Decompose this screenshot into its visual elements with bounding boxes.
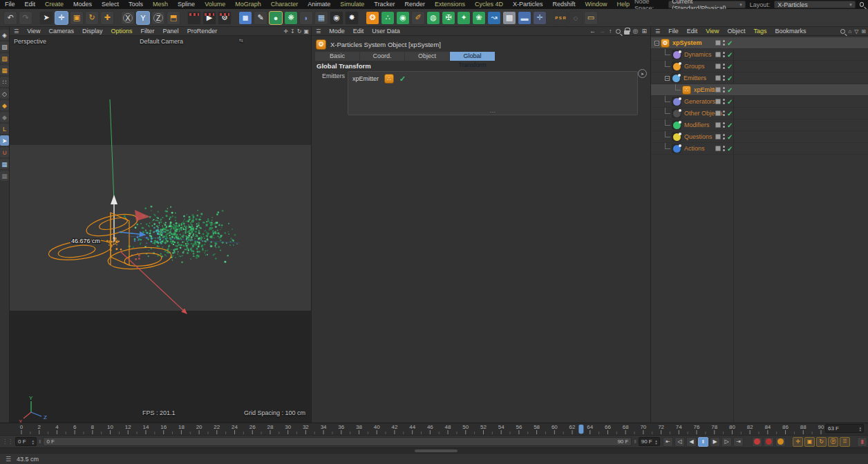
key-scale-toggle[interactable]: ▣: [804, 437, 815, 447]
axis-mode-icon[interactable]: L: [0, 124, 9, 134]
magnet-snap-icon[interactable]: ∪: [0, 147, 9, 157]
workplane-tool-icon[interactable]: ▭: [584, 11, 598, 25]
om-menu-view[interactable]: View: [701, 27, 723, 36]
enabled-check-icon[interactable]: ✓: [399, 75, 406, 84]
om-menu-file[interactable]: File: [664, 27, 683, 36]
xp-sprite-icon[interactable]: ✐: [411, 11, 425, 25]
attribute-menu-user-data[interactable]: User Data: [368, 27, 404, 36]
parent-object-icon[interactable]: ↑: [609, 28, 612, 35]
xp-explosia-icon[interactable]: ✛: [533, 11, 547, 25]
xp-shader-icon[interactable]: ▩: [502, 11, 516, 25]
end-frame-stepper[interactable]: ▴▾: [655, 439, 657, 445]
prev-frame-button[interactable]: ◀: [686, 437, 697, 447]
xp-modifier-icon[interactable]: ◍: [426, 11, 440, 25]
attribute-menu-mode[interactable]: Mode: [325, 27, 349, 36]
visibility-dots[interactable]: [723, 64, 725, 69]
model-mode-icon[interactable]: ▧: [0, 41, 9, 52]
key-position-toggle[interactable]: ✛: [793, 437, 803, 447]
tab-object[interactable]: Object: [405, 52, 450, 61]
polygons-mode-icon[interactable]: ◆: [0, 100, 9, 110]
enabled-check-icon[interactable]: ✓: [727, 51, 733, 59]
tree-row-xpemitter[interactable]: ∴xpEmitter✓: [651, 84, 868, 96]
drag-grip[interactable]: ⋮⋮: [0, 438, 15, 445]
search-icon[interactable]: [616, 29, 621, 34]
next-key-button[interactable]: ▷: [721, 437, 732, 447]
timeline-ruler[interactable]: 0246810121416182022242628303234363840424…: [0, 423, 868, 435]
menu-tools[interactable]: Tools: [124, 0, 148, 9]
start-frame-stepper[interactable]: ▴▾: [32, 439, 35, 445]
undo-icon[interactable]: ↶: [3, 11, 17, 25]
goto-start-button[interactable]: ⇤: [663, 437, 673, 447]
om-menu-tags[interactable]: Tags: [750, 27, 771, 36]
rotate-view-icon[interactable]: ↻: [297, 28, 302, 35]
viewport-menu-display[interactable]: Display: [78, 27, 107, 36]
visibility-dots[interactable]: [723, 75, 725, 81]
menu-animate[interactable]: Animate: [303, 0, 335, 9]
tree-row-actions[interactable]: Actions✓: [651, 143, 868, 155]
scrollbar-handle[interactable]: [415, 450, 457, 452]
preview-range-slider[interactable]: 0 F 90 F: [43, 437, 632, 446]
spline-pen-icon[interactable]: ✎: [254, 11, 267, 25]
menu-edit[interactable]: Edit: [20, 0, 41, 9]
autokeying-button[interactable]: [764, 437, 774, 447]
lock-icon[interactable]: [624, 30, 630, 35]
reset-psr-icon[interactable]: ◌: [569, 11, 583, 25]
enable-toggle[interactable]: [715, 52, 721, 57]
key-pla-toggle[interactable]: ⠿: [840, 437, 850, 447]
xpemitter-icon[interactable]: ∴: [682, 86, 691, 95]
enabled-check-icon[interactable]: ✓: [727, 63, 733, 70]
xp-emitter-icon[interactable]: ∴: [381, 11, 395, 25]
viewport-menu-filter[interactable]: Filter: [137, 27, 159, 36]
light-icon[interactable]: ✸: [345, 11, 359, 25]
viewport-canvas[interactable]: Perspective Default Camera ⇆: [10, 36, 311, 423]
enable-toggle[interactable]: [715, 146, 721, 151]
xp-generator-icon[interactable]: ◉: [396, 11, 410, 25]
tree-row-emitters[interactable]: −Emitters✓: [651, 72, 868, 84]
drag-grip[interactable]: ‖: [632, 438, 638, 445]
visibility-dots[interactable]: [723, 110, 725, 116]
viewport-menu-cameras[interactable]: Cameras: [45, 27, 79, 36]
tree-row-generators[interactable]: Generators✓: [651, 96, 868, 108]
move-tool-icon[interactable]: ✛: [55, 11, 68, 25]
enabled-check-icon[interactable]: ✓: [727, 86, 733, 94]
groups-icon[interactable]: [672, 61, 681, 71]
enable-snap-icon[interactable]: ➤: [0, 135, 9, 146]
edges-mode-icon[interactable]: ◇: [0, 88, 9, 99]
enabled-check-icon[interactable]: ✓: [727, 145, 733, 153]
actions-icon[interactable]: [672, 144, 681, 153]
generators-icon[interactable]: [672, 97, 681, 106]
xpsystem-icon[interactable]: ❂: [661, 39, 670, 48]
generators-icon[interactable]: ❋: [284, 11, 298, 25]
om-menu-object[interactable]: Object: [724, 27, 750, 36]
current-frame-field[interactable]: 63 F ▴▾: [825, 424, 864, 433]
menu-extensions[interactable]: Extensions: [430, 0, 470, 9]
modifiers-icon[interactable]: [672, 120, 681, 130]
expand-collapse-icon[interactable]: −: [654, 41, 659, 46]
attribute-menu-edit[interactable]: Edit: [349, 27, 368, 36]
menu-spline[interactable]: Spline: [173, 0, 200, 9]
tree-row-groups[interactable]: Groups✓: [651, 61, 868, 72]
tab-coord-[interactable]: Coord.: [360, 52, 405, 61]
track-mode-icon[interactable]: ◎: [633, 28, 639, 35]
enabled-check-icon[interactable]: ✓: [727, 75, 733, 82]
enable-toggle[interactable]: [715, 122, 721, 128]
xp-trail-icon[interactable]: ❀: [472, 11, 486, 25]
resize-handle[interactable]: ⋯: [490, 109, 496, 115]
enabled-check-icon[interactable]: ✓: [727, 39, 733, 47]
move-handle-arrow[interactable]: [111, 195, 117, 204]
menu-simulate[interactable]: Simulate: [335, 0, 369, 9]
enable-toggle[interactable]: [715, 40, 721, 46]
scale-tool-icon[interactable]: ▣: [70, 11, 84, 25]
tree-row-modifiers[interactable]: Modifiers✓: [651, 119, 868, 131]
om-menu-icon[interactable]: ☰: [651, 28, 664, 35]
keyframe-mode-button[interactable]: ▮: [857, 437, 867, 447]
locked-workplane-icon[interactable]: ▦: [0, 171, 9, 181]
emitter-list-item[interactable]: xpEmitter ∴ ✓: [348, 72, 637, 86]
pick-object-button[interactable]: ➤: [638, 69, 647, 78]
search-icon[interactable]: [860, 2, 864, 7]
enabled-check-icon[interactable]: ✓: [727, 133, 733, 141]
attribute-menu-icon[interactable]: ☰: [312, 28, 325, 35]
visibility-dots[interactable]: [723, 87, 725, 93]
add-panel-icon[interactable]: ⊞: [861, 28, 866, 35]
menu-volume[interactable]: Volume: [200, 0, 230, 9]
